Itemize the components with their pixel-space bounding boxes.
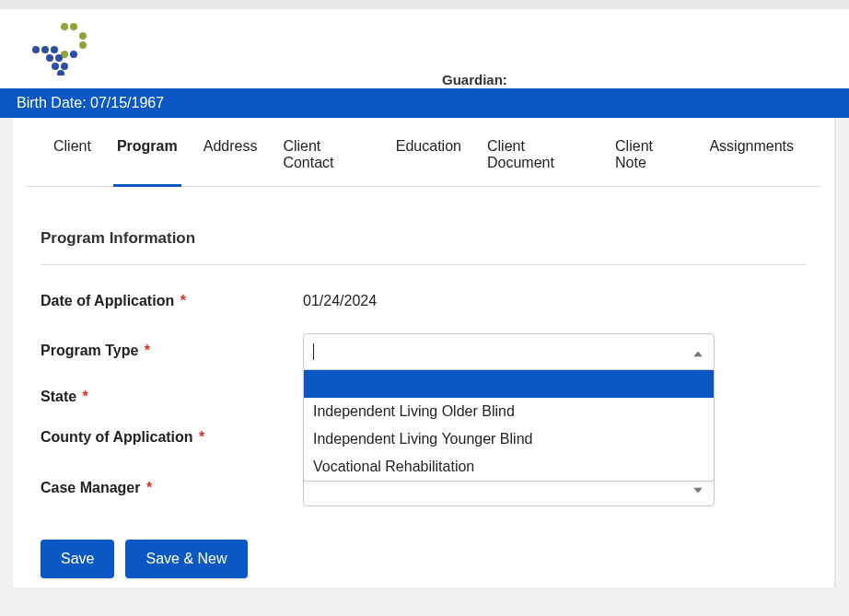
text-cursor [313, 343, 314, 360]
tab-client-note[interactable]: Client Note [615, 138, 683, 186]
chevron-up-icon [693, 344, 703, 360]
program-type-option-blank[interactable] [304, 370, 714, 398]
tab-client[interactable]: Client [53, 138, 91, 186]
tabs: Client Program Address Client Contact Ed… [26, 118, 821, 187]
svg-point-3 [79, 41, 87, 49]
tab-address[interactable]: Address [204, 138, 258, 186]
svg-point-13 [70, 51, 77, 58]
tab-client-document[interactable]: Client Document [487, 138, 589, 186]
tab-education[interactable]: Education [396, 138, 461, 186]
svg-point-12 [57, 70, 64, 76]
svg-point-10 [52, 63, 59, 70]
label-case-manager: Case Manager * [41, 480, 303, 496]
save-button[interactable]: Save [41, 540, 114, 578]
label-program-type: Program Type * [41, 333, 303, 359]
svg-point-1 [70, 23, 77, 30]
label-date-of-application: Date of Application * [41, 293, 303, 309]
tab-program[interactable]: Program [117, 138, 178, 186]
label-state: State * [41, 389, 303, 405]
birth-date-bar: Birth Date: 07/15/1967 [0, 88, 849, 118]
svg-point-8 [46, 54, 53, 62]
save-and-new-button[interactable]: Save & New [125, 540, 247, 578]
svg-point-7 [51, 46, 58, 53]
chevron-down-icon [693, 481, 703, 496]
section-title: Program Information [41, 229, 807, 248]
program-type-dropdown: Independent Living Older Blind Independe… [303, 370, 715, 482]
program-type-option-il-younger-blind[interactable]: Independent Living Younger Blind [304, 425, 714, 453]
svg-point-6 [41, 46, 49, 53]
svg-point-11 [61, 63, 68, 70]
svg-point-0 [61, 23, 68, 30]
svg-point-9 [55, 54, 63, 62]
tab-client-contact[interactable]: Client Contact [283, 138, 369, 186]
app-logo [28, 22, 101, 78]
svg-point-5 [32, 46, 40, 53]
program-type-select[interactable] [303, 333, 715, 370]
program-type-option-vocational-rehab[interactable]: Vocational Rehabilitation [304, 453, 714, 481]
program-type-option-il-older-blind[interactable]: Independent Living Older Blind [304, 398, 714, 425]
guardian-label: Guardian: [442, 72, 507, 87]
svg-point-2 [79, 32, 87, 40]
tab-assignments[interactable]: Assignments [709, 138, 794, 186]
label-county-of-application: County of Application * [41, 429, 303, 446]
value-date-of-application: 01/24/2024 [303, 293, 377, 309]
